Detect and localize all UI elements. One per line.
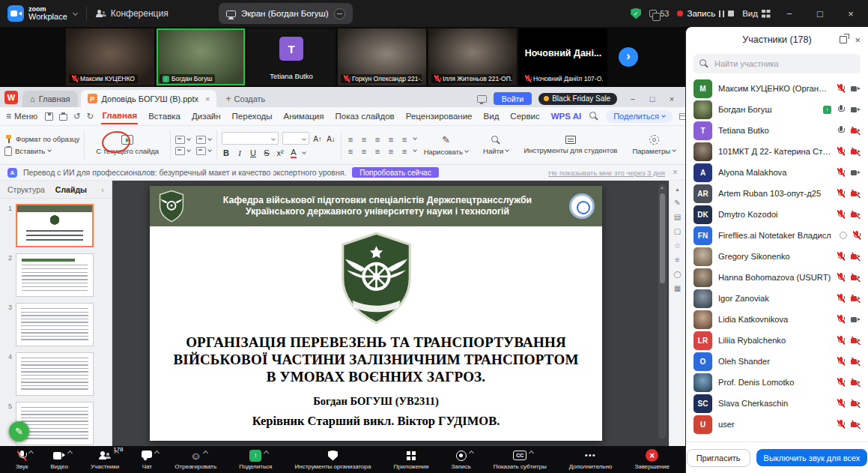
wps-home-tab[interactable]: ⌂ Главная <box>22 91 78 107</box>
toolbar-item[interactable]: Завершение <box>634 449 670 470</box>
slide-thumbnail[interactable] <box>16 402 94 445</box>
font-color-icon[interactable] <box>289 148 299 158</box>
slide-layout-button[interactable] <box>196 136 211 144</box>
login-button[interactable]: Войти <box>494 92 532 105</box>
participant-search-input[interactable] <box>713 58 855 69</box>
promo-close-icon[interactable]: × <box>673 167 678 178</box>
collapse-panel-icon[interactable]: ‹ <box>101 185 104 194</box>
align-center-icon[interactable] <box>359 147 369 156</box>
menu-item[interactable]: Дизайн <box>191 109 222 124</box>
wps-logo-icon[interactable]: W <box>4 91 18 104</box>
shape-tool-icon[interactable] <box>674 227 681 235</box>
menu-item[interactable]: Переходы <box>231 109 273 124</box>
menu-item[interactable]: Главная <box>101 108 138 124</box>
play-from-current-slide-button[interactable]: С текущего слайда <box>89 128 166 162</box>
toolbar-item[interactable]: Поделиться <box>239 449 272 470</box>
italic-icon[interactable] <box>235 148 245 157</box>
undo-icon[interactable]: ↺ <box>73 111 81 121</box>
video-tile[interactable]: Ночовний Дані... Ночовний Даніїл 107-О..… <box>519 28 607 85</box>
wps-maximize-button[interactable]: □ <box>643 94 661 103</box>
tab-outline[interactable]: Структура <box>7 185 45 194</box>
participant-row[interactable]: T Tetiana Butko <box>691 120 863 141</box>
close-tab-icon[interactable]: × <box>205 94 210 103</box>
student-tools-button[interactable]: Инструменты для студентов <box>516 128 625 162</box>
slide-thumbnail[interactable] <box>16 352 94 396</box>
security-shield-icon[interactable] <box>631 8 641 19</box>
participant-row[interactable]: Igor Zanoviak <box>691 288 863 309</box>
decrease-font-icon[interactable] <box>327 134 336 143</box>
toolbar-item[interactable]: Отреагировать <box>174 449 216 470</box>
chevron-up-icon[interactable] <box>264 451 269 456</box>
popout-icon[interactable] <box>840 36 847 43</box>
wps-menu-button[interactable]: ≡ Меню <box>6 111 37 121</box>
screen-tab-badge-icon[interactable] <box>334 8 345 19</box>
chevron-up-icon[interactable] <box>468 451 473 456</box>
paste-button[interactable]: Вставить <box>4 147 79 156</box>
chart-tool-icon[interactable] <box>674 213 681 221</box>
toolbar-item[interactable]: Инструменты организатора <box>294 449 371 470</box>
promo-dismiss-link[interactable]: Не показывать мне это через 3 дня <box>548 169 665 177</box>
edit-tool-icon[interactable] <box>674 199 680 207</box>
tab-shared-screen[interactable]: Экран (Богдан Богуш) <box>219 3 353 24</box>
tab-slides[interactable]: Слайды <box>55 185 87 194</box>
participant-row[interactable]: Lidia Katkovnikova <box>691 309 863 330</box>
menu-item[interactable]: Рецензирование <box>405 109 473 124</box>
grid-tool-icon[interactable] <box>674 284 681 292</box>
slide-thumbnail[interactable] <box>16 303 94 346</box>
menu-item[interactable]: Сервис <box>509 109 540 124</box>
chevron-up-icon[interactable] <box>67 451 73 456</box>
superscript-icon[interactable] <box>276 148 285 157</box>
toolbar-item[interactable]: Дополнительно <box>569 449 613 470</box>
increase-font-icon[interactable] <box>313 134 323 143</box>
wps-new-tab[interactable]: + Создать <box>219 91 271 107</box>
history-tool-icon[interactable] <box>673 270 681 278</box>
menu-item[interactable]: Показ слайдов <box>335 109 395 124</box>
video-tile[interactable]: Богдан Богуш <box>157 28 245 85</box>
participant-row[interactable]: Gregory Sikonenko <box>691 246 863 267</box>
participant-row[interactable]: Hanna Bohomazova (USURT) <box>691 267 863 288</box>
font-size-select[interactable] <box>282 132 309 145</box>
justify-icon[interactable] <box>386 147 396 156</box>
mute-all-button[interactable]: Выключить звук для всех <box>756 449 868 466</box>
new-slide-button[interactable] <box>175 136 190 144</box>
print-icon[interactable] <box>59 114 67 121</box>
video-tile[interactable]: T Tetiana Butko <box>247 28 336 85</box>
chevron-down-icon[interactable] <box>73 10 78 15</box>
close-panel-icon[interactable]: × <box>855 34 861 46</box>
participant-row[interactable]: Богдан Богуш <box>691 99 863 120</box>
section-button[interactable] <box>196 147 211 155</box>
toolbar-item[interactable]: Показать субтитры <box>494 449 547 470</box>
slide-editor-area[interactable]: Кафедра військової підготовки спеціаліст… <box>112 181 669 446</box>
search-icon[interactable] <box>589 112 598 121</box>
toolbar-item[interactable]: Приложения <box>394 449 429 470</box>
menu-item[interactable]: WPS AI <box>550 109 582 124</box>
video-tile[interactable]: Горкун Олександр 221-... <box>338 28 426 85</box>
chevron-up-icon[interactable] <box>28 451 34 456</box>
redo-icon[interactable]: ↻ <box>87 111 94 121</box>
toolbar-item[interactable]: Чат <box>142 449 152 470</box>
promo-cta-button[interactable]: Попробовать сейчас <box>352 167 439 178</box>
participant-row[interactable]: Prof. Denis Lomotko <box>691 372 863 393</box>
line-spacing-icon[interactable] <box>400 135 410 144</box>
video-tile[interactable]: Ілля Житеньов 221-ОП... <box>428 28 517 85</box>
toolbar-item[interactable]: 178 Участники <box>91 449 119 470</box>
menu-item[interactable]: Анимация <box>283 109 325 124</box>
chevron-up-icon[interactable] <box>154 451 160 456</box>
font-name-select[interactable] <box>222 132 279 145</box>
toolbar-item[interactable]: Звук <box>16 449 28 470</box>
align-left-icon[interactable] <box>346 147 356 156</box>
minimize-button[interactable]: − <box>778 8 801 19</box>
wps-share-button[interactable]: Поделиться <box>606 110 673 123</box>
participant-row[interactable]: LR Liliia Rybalchenko <box>691 330 863 351</box>
options-button[interactable]: Параметры <box>625 128 683 162</box>
bullets-icon[interactable] <box>346 135 356 144</box>
outline-tool-icon[interactable] <box>676 256 680 264</box>
numbering-icon[interactable] <box>359 135 369 144</box>
maximize-button[interactable]: □ <box>809 8 831 19</box>
slide-thumbnail[interactable] <box>16 204 94 247</box>
close-button[interactable]: × <box>840 8 862 19</box>
participant-row[interactable]: AR Artem Ruban 103-опут-д25 <box>691 183 863 204</box>
chevron-up-icon[interactable] <box>203 451 208 456</box>
increase-indent-icon[interactable] <box>386 135 396 144</box>
slide[interactable]: Кафедра військової підготовки спеціаліст… <box>150 186 602 441</box>
